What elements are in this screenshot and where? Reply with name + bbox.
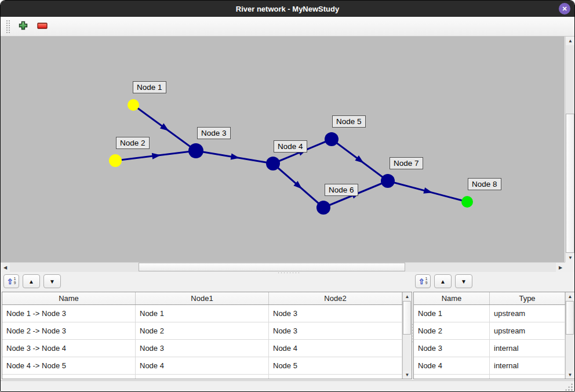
- flow-direction-arrow-icon: [423, 187, 432, 194]
- table-cell[interactable]: Node 3: [269, 305, 402, 322]
- table-cell[interactable]: upstream: [490, 322, 565, 339]
- table-cell[interactable]: Node 1 -> Node 3: [2, 305, 136, 322]
- nodes-move-down-button[interactable]: ▼: [455, 274, 472, 288]
- reaches-table-scrollbar[interactable]: ▲ ▼: [402, 292, 412, 379]
- scroll-down-icon[interactable]: ▼: [566, 371, 574, 379]
- table-row[interactable]: Node 3 -> Node 4Node 3Node 4: [2, 340, 412, 357]
- table-cell[interactable]: Node 3: [414, 340, 490, 357]
- node-label[interactable]: Node 2: [116, 137, 150, 149]
- table-header-row: NameType: [414, 292, 574, 305]
- scroll-left-icon[interactable]: ◀: [1, 263, 10, 272]
- table-row[interactable]: Node 4internal: [414, 357, 574, 375]
- reaches-toolbar: ⇧ 19 ▲ ▼: [3, 274, 64, 289]
- graph-node[interactable]: [316, 201, 330, 215]
- toolbar-drag-handle[interactable]: [6, 20, 10, 34]
- up-arrow-icon: ▲: [440, 278, 446, 285]
- table-row[interactable]: Node 2 -> Node 3Node 2Node 3: [2, 322, 412, 340]
- reaches-move-down-button[interactable]: ▼: [43, 274, 61, 288]
- scroll-up-icon[interactable]: ▲: [403, 292, 412, 300]
- table-cell: [2, 375, 136, 379]
- column-header[interactable]: Name: [2, 292, 136, 304]
- reaches-sort-button[interactable]: ⇧ 19: [3, 274, 19, 288]
- table-row-partial: [414, 375, 574, 379]
- graph-node[interactable]: [266, 157, 280, 170]
- nodes-sort-button[interactable]: ⇧ 19: [415, 274, 431, 288]
- node-label[interactable]: Node 8: [468, 178, 501, 190]
- column-header[interactable]: Type: [490, 292, 565, 304]
- table-scrollbar-thumb[interactable]: [403, 301, 411, 335]
- down-arrow-icon: ▼: [461, 278, 467, 285]
- horizontal-splitter-handle[interactable]: [277, 272, 299, 274]
- graph-node[interactable]: [325, 132, 339, 146]
- remove-node-button[interactable]: [35, 19, 50, 34]
- table-cell[interactable]: Node 3: [136, 340, 269, 357]
- node-label[interactable]: Node 5: [332, 115, 366, 128]
- node-label[interactable]: Node 6: [325, 184, 358, 196]
- table-cell[interactable]: Node 4: [414, 357, 490, 374]
- scroll-right-icon[interactable]: ▶: [556, 263, 565, 272]
- window-resize-grip[interactable]: [565, 383, 573, 391]
- column-header[interactable]: Node2: [269, 292, 402, 304]
- graph-node[interactable]: [461, 196, 473, 208]
- table-scrollbar-thumb[interactable]: [566, 301, 574, 335]
- scroll-down-icon[interactable]: ▼: [566, 253, 575, 262]
- canvas-horizontal-scrollbar[interactable]: ◀ ▶: [1, 262, 565, 272]
- table-cell[interactable]: Node 3: [269, 322, 402, 339]
- horizontal-scrollbar-thumb[interactable]: [139, 263, 405, 271]
- table-cell[interactable]: Node 2 -> Node 3: [2, 322, 136, 339]
- table-row[interactable]: Node 1upstream: [414, 305, 574, 322]
- main-toolbar: [1, 17, 574, 37]
- table-cell[interactable]: Node 3 -> Node 4: [2, 340, 136, 357]
- table-row[interactable]: Node 3internal: [414, 340, 574, 357]
- sort-icon: ⇧ 19: [418, 277, 428, 285]
- up-arrow-icon: ▲: [28, 278, 34, 285]
- node-label[interactable]: Node 4: [274, 140, 307, 153]
- sort-icon: ⇧ 19: [7, 277, 16, 285]
- add-plus-icon: [19, 21, 28, 32]
- table-cell[interactable]: Node 4 -> Node 5: [2, 357, 136, 374]
- flow-direction-arrow-icon: [152, 153, 161, 159]
- scroll-up-icon[interactable]: ▲: [566, 292, 574, 300]
- reaches-move-up-button[interactable]: ▲: [23, 274, 40, 288]
- column-header[interactable]: Name: [414, 292, 490, 304]
- nodes-table-scrollbar[interactable]: ▲ ▼: [565, 292, 574, 379]
- column-header[interactable]: Node1: [136, 292, 269, 304]
- river-network-canvas[interactable]: Node 1Node 2Node 3Node 4Node 5Node 6Node…: [1, 37, 565, 262]
- table-cell[interactable]: internal: [490, 340, 565, 357]
- node-label[interactable]: Node 1: [133, 81, 166, 93]
- flow-direction-arrow-icon: [231, 154, 240, 160]
- vertical-scrollbar-thumb[interactable]: [566, 114, 574, 253]
- scroll-up-icon[interactable]: ▲: [566, 37, 575, 45]
- table-row[interactable]: Node 1 -> Node 3Node 1Node 3: [2, 305, 412, 322]
- table-row[interactable]: Node 2upstream: [414, 322, 574, 340]
- table-cell: [269, 375, 402, 379]
- table-header-row: NameNode1Node2: [2, 292, 412, 305]
- table-cell[interactable]: Node 4: [269, 340, 402, 357]
- table-cell[interactable]: Node 2: [414, 322, 490, 339]
- table-cell: [414, 375, 490, 379]
- table-cell[interactable]: upstream: [490, 305, 565, 322]
- scroll-down-icon[interactable]: ▼: [403, 371, 412, 379]
- node-label[interactable]: Node 7: [390, 157, 423, 169]
- add-node-button[interactable]: [16, 19, 31, 34]
- close-button[interactable]: ✕: [559, 3, 570, 14]
- table-cell[interactable]: Node 1: [136, 305, 269, 322]
- river-network-window: River network - MyNewStudy ✕: [0, 0, 575, 392]
- table-cell[interactable]: Node 2: [136, 322, 269, 339]
- table-row[interactable]: Node 4 -> Node 5Node 4Node 5: [2, 357, 412, 375]
- graph-node[interactable]: [109, 154, 122, 167]
- titlebar[interactable]: River network - MyNewStudy ✕: [1, 1, 574, 17]
- node-label[interactable]: Node 3: [197, 127, 231, 139]
- canvas-vertical-scrollbar[interactable]: ▲ ▼: [565, 37, 575, 262]
- graph-node[interactable]: [128, 99, 139, 111]
- table-cell[interactable]: Node 4: [136, 357, 269, 374]
- table-cell[interactable]: internal: [490, 357, 565, 374]
- table-cell[interactable]: Node 5: [269, 357, 402, 374]
- table-row-partial: [2, 375, 412, 379]
- table-cell[interactable]: Node 1: [414, 305, 490, 322]
- nodes-toolbar: ⇧ 19 ▲ ▼: [415, 274, 476, 289]
- status-bar: [1, 380, 574, 392]
- graph-node[interactable]: [381, 174, 395, 188]
- nodes-move-up-button[interactable]: ▲: [434, 274, 452, 288]
- graph-node[interactable]: [188, 143, 203, 158]
